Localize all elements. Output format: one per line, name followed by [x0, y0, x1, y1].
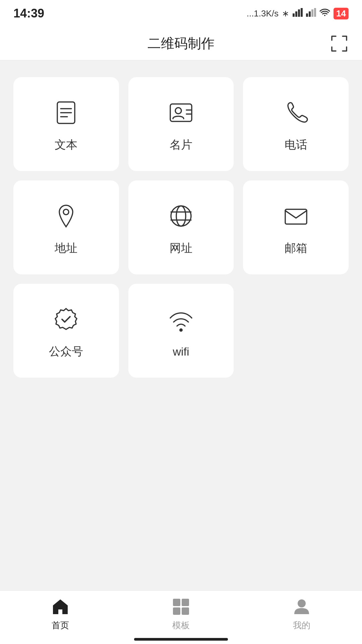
svg-rect-0: [293, 13, 295, 17]
grid-item-wechat[interactable]: 公众号: [13, 284, 119, 378]
grid-item-text[interactable]: 文本: [13, 77, 119, 171]
signal-icon: [293, 8, 303, 19]
svg-point-18: [176, 206, 186, 226]
svg-point-22: [179, 328, 183, 332]
person-icon: [292, 597, 312, 617]
svg-rect-2: [298, 9, 300, 17]
grid-item-wifi[interactable]: wifi: [128, 284, 234, 378]
svg-point-16: [63, 209, 69, 215]
svg-rect-24: [182, 599, 189, 606]
svg-rect-1: [295, 11, 297, 17]
svg-rect-3: [301, 8, 303, 17]
home-icon: [50, 597, 70, 617]
grid-item-address[interactable]: 地址: [13, 180, 119, 274]
svg-rect-25: [173, 607, 180, 615]
grid-item-email[interactable]: 邮箱: [243, 180, 349, 274]
wifi-status-icon: [319, 8, 330, 19]
grid-label-address: 地址: [55, 240, 77, 256]
svg-rect-23: [173, 599, 180, 606]
grid-item-business-card[interactable]: 名片: [128, 77, 234, 171]
svg-point-17: [171, 206, 191, 226]
svg-point-13: [175, 108, 181, 114]
svg-rect-6: [311, 9, 313, 17]
network-speed: ...1.3K/s: [247, 8, 279, 19]
badge-icon: [51, 304, 81, 334]
home-indicator: [134, 638, 228, 641]
phone-icon: [281, 98, 311, 128]
page-title: 二维码制作: [147, 34, 215, 53]
nav-label-template: 模板: [172, 620, 190, 631]
grid-label-email: 邮箱: [285, 240, 307, 256]
grid-item-url[interactable]: 网址: [128, 180, 234, 274]
grid-label-business-card: 名片: [170, 137, 192, 153]
grid-label-url: 网址: [170, 240, 192, 256]
location-icon: [51, 201, 81, 231]
nav-label-home: 首页: [52, 620, 69, 631]
grid-label-text: 文本: [55, 137, 77, 153]
status-bar: 14:39 ...1.3K/s ∗: [0, 0, 362, 27]
app-header: 二维码制作: [0, 27, 362, 60]
globe-icon: [166, 201, 196, 231]
battery-icon: 14: [334, 8, 349, 19]
business-card-icon: [166, 98, 196, 128]
nav-label-mine: 我的: [293, 620, 310, 631]
wifi-icon: [166, 306, 196, 336]
nav-item-home[interactable]: 首页: [0, 597, 121, 631]
svg-rect-26: [182, 607, 189, 615]
main-content: 文本 名片: [0, 60, 362, 590]
mail-icon: [281, 201, 311, 231]
qr-type-grid: 文本 名片: [13, 77, 349, 378]
document-icon: [51, 98, 81, 128]
signal-icon-2: [306, 8, 316, 19]
nav-item-template[interactable]: 模板: [121, 597, 241, 631]
nav-item-mine[interactable]: 我的: [241, 597, 362, 631]
grid-label-wifi: wifi: [173, 345, 189, 358]
status-icons: ...1.3K/s ∗: [247, 8, 349, 19]
grid-item-phone[interactable]: 电话: [243, 77, 349, 171]
svg-point-27: [298, 599, 306, 607]
svg-rect-5: [309, 11, 311, 17]
status-time: 14:39: [13, 6, 44, 20]
template-icon: [171, 597, 191, 617]
svg-rect-21: [285, 209, 307, 224]
bottom-nav: 首页 模板 我的: [0, 590, 362, 644]
grid-label-phone: 电话: [285, 137, 307, 153]
bluetooth-icon: ∗: [282, 8, 289, 19]
grid-label-wechat: 公众号: [49, 344, 83, 359]
scan-button[interactable]: [330, 34, 349, 53]
svg-rect-4: [306, 13, 308, 17]
svg-rect-7: [314, 8, 316, 17]
